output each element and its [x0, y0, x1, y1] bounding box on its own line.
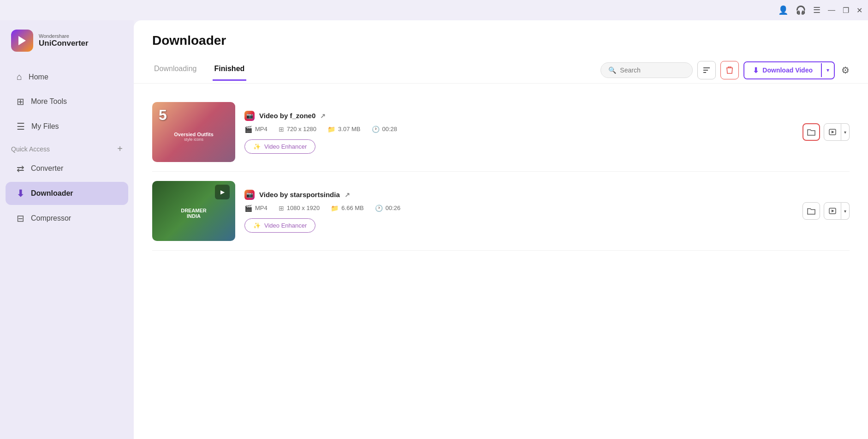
sidebar-item-my-files[interactable]: ☰ My Files [6, 115, 128, 138]
headset-icon[interactable]: 🎧 [796, 5, 806, 15]
enhancer-icon-1: ✨ [253, 143, 261, 150]
quick-access-section: Quick Access + [0, 139, 134, 156]
downloader-icon: ⬇ [17, 188, 24, 199]
meta-size-text-1: 3.07 MB [338, 126, 360, 132]
tab-downloading[interactable]: Downloading [152, 60, 199, 81]
open-folder-button-1[interactable] [803, 123, 820, 141]
tabs: Downloading Finished [152, 60, 246, 80]
svg-marker-0 [18, 36, 26, 45]
clock-icon-1: 🕐 [372, 126, 380, 133]
convert-button-1[interactable] [824, 123, 841, 141]
toolbar: 🔍 ⬇ [600, 57, 850, 83]
convert-button-2[interactable] [824, 202, 841, 220]
enhancer-label-2: Video Enhancer [264, 222, 307, 229]
download-video-button[interactable]: ⬇ Download Video ▾ [743, 61, 835, 79]
video-title-text-1: Video by f_zone0 [259, 112, 315, 120]
sidebar-item-compressor-label: Compressor [31, 214, 71, 223]
logo-svg [16, 34, 29, 47]
sidebar-item-more-tools[interactable]: ⊞ More Tools [6, 90, 128, 113]
sort-icon [702, 66, 711, 74]
meta-duration-text-2: 00:26 [386, 204, 401, 211]
delete-button[interactable] [720, 61, 739, 79]
video-list: 5 Oversied Outfits style icons 📷 Video b… [134, 84, 868, 439]
meta-format-1: 🎬 MP4 [244, 126, 268, 133]
enhancer-label-1: Video Enhancer [264, 143, 307, 150]
logo-area: Wondershare UniConverter [0, 20, 134, 65]
video-camera-icon-1: 🎬 [244, 126, 252, 133]
external-link-1[interactable]: ↗ [320, 112, 326, 120]
convert-icon-1 [828, 128, 837, 136]
app-body: Wondershare UniConverter ⌂ Home ⊞ More T… [0, 20, 868, 439]
action-dropdown-arrow-2[interactable]: ▾ [841, 202, 850, 220]
download-video-main[interactable]: ⬇ Download Video [744, 62, 821, 78]
title-bar: 👤 🎧 ☰ — ❐ ✕ [0, 0, 868, 20]
video-thumb-2: ▶ DREAMER INDIA [152, 181, 235, 241]
resolution-icon-1: ⊞ [279, 126, 284, 133]
logo-name: UniConverter [39, 39, 89, 48]
action-dropdown-2: ▾ [824, 202, 850, 220]
compressor-icon: ⊟ [17, 213, 24, 224]
title-bar-icons: 👤 🎧 ☰ — ❐ ✕ [778, 5, 862, 15]
meta-duration-2: 🕐 00:26 [375, 204, 401, 212]
sidebar: Wondershare UniConverter ⌂ Home ⊞ More T… [0, 20, 134, 439]
sidebar-item-home[interactable]: ⌂ Home [6, 66, 128, 88]
folder-size-icon-1: 📁 [327, 126, 335, 133]
close-button[interactable]: ✕ [856, 6, 862, 15]
convert-icon-2 [828, 207, 837, 215]
video-card-2: ▶ DREAMER INDIA 📷 Video by starsportsind… [152, 172, 850, 251]
meta-format-2: 🎬 MP4 [244, 204, 268, 212]
sidebar-item-more-tools-label: More Tools [31, 97, 67, 106]
video-info-2: 📷 Video by starsportsindia ↗ 🎬 MP4 ⊞ 108… [244, 190, 793, 233]
download-icon: ⬇ [753, 66, 759, 75]
clock-icon-2: 🕐 [375, 204, 383, 212]
menu-icon[interactable]: ☰ [813, 5, 820, 15]
quick-access-add-button[interactable]: + [117, 144, 123, 154]
meta-resolution-2: ⊞ 1080 x 1920 [279, 204, 320, 212]
sidebar-item-compressor[interactable]: ⊟ Compressor [6, 207, 128, 230]
action-dropdown-1: ▾ [824, 123, 850, 141]
app-logo-icon [11, 30, 33, 52]
open-folder-button-2[interactable] [803, 202, 820, 220]
video-enhancer-button-1[interactable]: ✨ Video Enhancer [244, 139, 315, 154]
minimize-button[interactable]: — [828, 6, 835, 14]
meta-resolution-text-2: 1080 x 1920 [287, 204, 320, 211]
enhancer-icon-2: ✨ [253, 222, 261, 229]
tab-finished[interactable]: Finished [213, 60, 247, 81]
sidebar-item-downloader-label: Downloader [31, 189, 73, 198]
delete-icon [726, 66, 733, 74]
tabs-toolbar: Downloading Finished 🔍 [134, 57, 868, 84]
home-icon: ⌂ [17, 72, 22, 82]
video-camera-icon-2: 🎬 [244, 204, 252, 212]
sort-button[interactable] [697, 61, 716, 79]
user-icon[interactable]: 👤 [778, 5, 788, 15]
external-link-2[interactable]: ↗ [345, 191, 350, 198]
sidebar-item-downloader[interactable]: ⬇ Downloader [6, 182, 128, 205]
video-actions-2: ▾ [803, 202, 850, 220]
logo-brand: Wondershare [39, 33, 89, 39]
video-info-1: 📷 Video by f_zone0 ↗ 🎬 MP4 ⊞ 720 x 1280 [244, 111, 793, 154]
my-files-icon: ☰ [17, 121, 25, 132]
download-video-label: Download Video [762, 66, 813, 74]
meta-size-text-2: 6.66 MB [341, 204, 363, 211]
folder-size-icon-2: 📁 [331, 204, 339, 212]
converter-icon: ⇄ [17, 163, 24, 174]
download-video-dropdown[interactable]: ▾ [821, 63, 834, 77]
meta-duration-text-1: 00:28 [382, 126, 398, 132]
video-meta-1: 🎬 MP4 ⊞ 720 x 1280 📁 3.07 MB 🕐 [244, 126, 793, 133]
settings-icon[interactable]: ⚙ [841, 65, 850, 76]
video-enhancer-button-2[interactable]: ✨ Video Enhancer [244, 218, 315, 233]
instagram-icon-1: 📷 [244, 111, 255, 121]
video-meta-2: 🎬 MP4 ⊞ 1080 x 1920 📁 6.66 MB 🕐 [244, 204, 793, 212]
search-icon: 🔍 [608, 66, 616, 74]
maximize-button[interactable]: ❐ [843, 6, 849, 15]
sidebar-item-converter[interactable]: ⇄ Converter [6, 157, 128, 180]
video-title-text-2: Video by starsportsindia [259, 191, 340, 198]
search-box[interactable]: 🔍 [600, 62, 693, 78]
logo-text: Wondershare UniConverter [39, 33, 89, 48]
quick-access-label: Quick Access [11, 145, 50, 153]
search-input[interactable] [620, 66, 680, 74]
folder-icon-1 [807, 128, 815, 136]
action-dropdown-arrow-1[interactable]: ▾ [841, 123, 850, 141]
svg-marker-7 [832, 210, 834, 212]
instagram-icon-2: 📷 [244, 190, 255, 200]
